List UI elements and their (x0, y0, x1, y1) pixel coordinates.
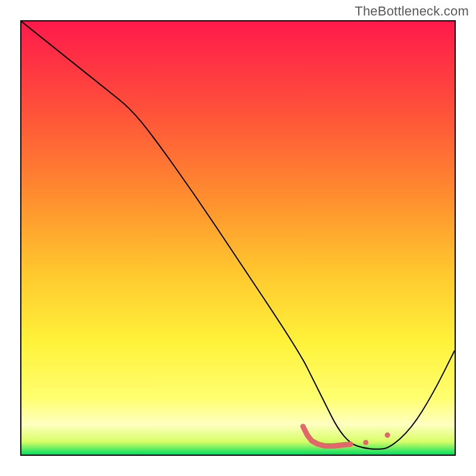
chart-container: TheBottleneck.com (0, 0, 476, 476)
svg-rect-0 (21, 21, 455, 455)
plot-area (20, 20, 456, 456)
background-gradient (21, 21, 455, 455)
watermark-text: TheBottleneck.com (355, 4, 469, 19)
